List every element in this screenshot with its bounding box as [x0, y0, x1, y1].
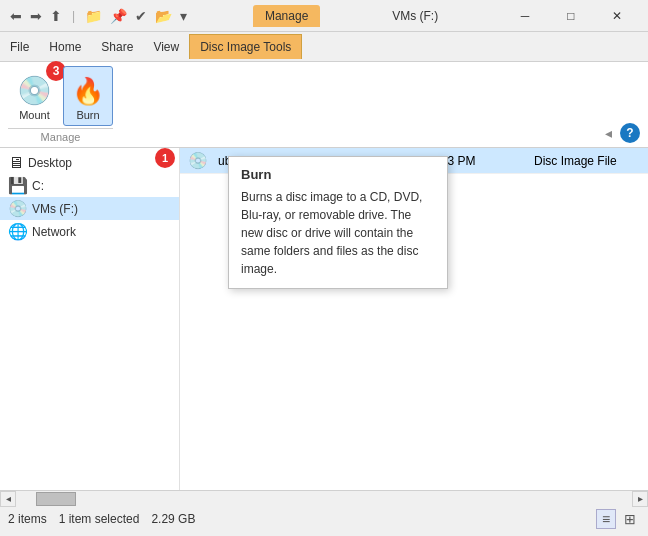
status-info: 2 items 1 item selected 2.29 GB [8, 512, 195, 526]
ribbon: 💿 Mount 3 🔥 Burn Manage ◂ ? [0, 62, 648, 148]
maximize-button[interactable]: □ [548, 0, 594, 32]
menu-share[interactable]: Share [91, 35, 143, 59]
tree-item-network[interactable]: 🌐 Network [0, 220, 179, 243]
ribbon-group-manage: 💿 Mount 3 🔥 Burn Manage [8, 66, 113, 143]
large-icons-view-button[interactable]: ⊞ [620, 509, 640, 529]
scroll-thumb[interactable] [36, 492, 76, 506]
checkmark-icon: ✔ [133, 6, 149, 26]
details-view-button[interactable]: ≡ [596, 509, 616, 529]
burn-button[interactable]: 🔥 Burn [63, 66, 113, 126]
tree-item-f[interactable]: 💿 VMs (F:) [0, 197, 179, 220]
mount-icon: 💿 [17, 74, 52, 107]
folder-icon: 📁 [83, 6, 104, 26]
drive-f-icon: 💿 [8, 199, 28, 218]
scroll-track[interactable] [16, 491, 632, 507]
minimize-button[interactable]: ─ [502, 0, 548, 32]
scroll-right-button[interactable]: ▸ [632, 491, 648, 507]
view-buttons: ≡ ⊞ [596, 509, 640, 529]
desktop-icon: 🖥 [8, 154, 24, 172]
left-panel: 🖥 Desktop 1 💾 C: 💿 VMs (F:) 🌐 Network [0, 148, 180, 490]
dropdown-arrow-icon[interactable]: ▾ [178, 6, 189, 26]
help-button[interactable]: ? [620, 123, 640, 143]
mount-button[interactable]: 💿 Mount 3 [8, 66, 61, 126]
burn-label: Burn [76, 109, 99, 121]
tooltip-description: Burns a disc image to a CD, DVD, Blu-ray… [241, 188, 435, 278]
drive-c-label: C: [32, 179, 44, 193]
file-type: Disc Image File [530, 154, 640, 168]
horizontal-scrollbar[interactable]: ◂ ▸ [0, 490, 648, 506]
selected-size: 2.29 GB [151, 512, 195, 526]
desktop-label: Desktop [28, 156, 72, 170]
menu-file[interactable]: File [0, 35, 39, 59]
menu-disc-image-tools[interactable]: Disc Image Tools [189, 34, 302, 59]
status-bar: 2 items 1 item selected 2.29 GB ≡ ⊞ [0, 506, 648, 530]
iso-file-icon: 💿 [188, 151, 208, 170]
network-icon: 🌐 [8, 222, 28, 241]
selected-count: 1 item selected [59, 512, 140, 526]
menu-home[interactable]: Home [39, 35, 91, 59]
content-area: 🖥 Desktop 1 💾 C: 💿 VMs (F:) 🌐 Network Bu… [0, 148, 648, 490]
mount-label: Mount [19, 109, 50, 121]
network-label: Network [32, 225, 76, 239]
ribbon-buttons: 💿 Mount 3 🔥 Burn [8, 66, 113, 126]
tree-item-c[interactable]: 💾 C: [0, 174, 179, 197]
ribbon-group-label: Manage [8, 128, 113, 143]
forward-icon[interactable]: ➡ [28, 6, 44, 26]
folder2-icon: 📂 [153, 6, 174, 26]
drive-c-icon: 💾 [8, 176, 28, 195]
ribbon-arrow-left[interactable]: ◂ [601, 123, 616, 143]
tooltip-popup: Burn Burns a disc image to a CD, DVD, Bl… [228, 156, 448, 289]
badge-1: 1 [155, 148, 175, 168]
up-icon[interactable]: ⬆ [48, 6, 64, 26]
tooltip-title: Burn [241, 167, 435, 182]
items-count: 2 items [8, 512, 47, 526]
scroll-left-button[interactable]: ◂ [0, 491, 16, 507]
menu-bar: File Home Share View Disc Image Tools [0, 32, 648, 62]
manage-tab[interactable]: Manage [253, 5, 320, 27]
file-list: Burn Burns a disc image to a CD, DVD, Bl… [180, 148, 648, 490]
pin-icon[interactable]: 📌 [108, 6, 129, 26]
title-bar-left: ⬅ ➡ ⬆ | 📁 📌 ✔ 📂 ▾ [8, 6, 189, 26]
drive-f-label: VMs (F:) [32, 202, 78, 216]
separator: | [72, 9, 75, 23]
window-controls: ─ □ ✕ [502, 0, 640, 32]
back-icon[interactable]: ⬅ [8, 6, 24, 26]
title-bar: ⬅ ➡ ⬆ | 📁 📌 ✔ 📂 ▾ Manage VMs (F:) ─ □ ✕ [0, 0, 648, 32]
ribbon-nav: ◂ ? [601, 123, 640, 143]
window-title: VMs (F:) [392, 9, 438, 23]
burn-icon: 🔥 [72, 76, 104, 107]
close-button[interactable]: ✕ [594, 0, 640, 32]
menu-view[interactable]: View [143, 35, 189, 59]
tree-item-desktop[interactable]: 🖥 Desktop 1 [0, 152, 179, 174]
